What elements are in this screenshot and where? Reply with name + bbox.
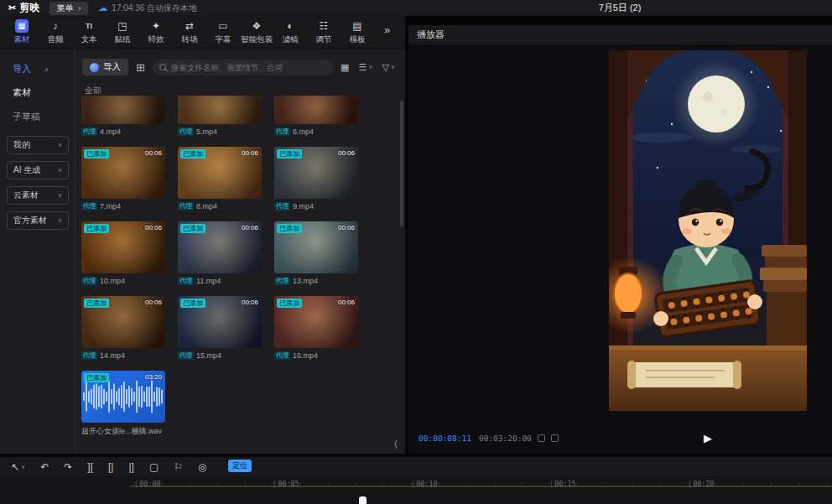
split-icon: ][ [87,461,93,473]
tool-split[interactable]: ][ [87,461,93,473]
media-filename: 7.mp4 [100,202,121,210]
chevron-down-icon: ∨ [58,142,62,148]
tab-template[interactable]: ▤模板 [341,19,374,45]
play-button[interactable]: ▶ [704,432,712,444]
split-view-icon[interactable]: ⊞ [136,61,145,74]
media-filename: 9.mp4 [293,202,314,210]
tab-sticker[interactable]: ◳贴纸 [106,19,139,45]
select-icon: ↖ [11,461,19,473]
media-card[interactable]: 已添加00:06代理7.mp4 [81,147,165,210]
search-input[interactable] [171,63,326,72]
tab-captions[interactable]: ▭字幕 [206,19,240,45]
media-card[interactable]: 已添加00:06代理10.mp4 [81,221,165,285]
media-card[interactable]: 已添加00:06代理13.mp4 [274,221,358,285]
sidebar-item-mine[interactable]: 我的∨ [7,136,69,154]
preview-artwork [609,50,807,411]
media-grid: 代理4.mp4代理5.mp4代理6.mp4已添加00:06代理7.mp4已添加0… [81,96,358,437]
tool-select-right[interactable]: |] [128,461,133,473]
player-option-icon-1[interactable] [538,434,545,442]
ruler-tick: | [273,480,277,488]
sidebar-item-material[interactable]: 素材 [0,81,75,105]
tab-smart-pack[interactable]: ❖智能包装 [240,19,273,45]
video-thumbnail: 已添加00:06 [178,221,262,273]
scrollbar-thumb[interactable] [400,101,403,226]
logo-text: 剪映 [19,1,39,15]
collapse-panel-icon[interactable]: ⟨ [394,439,398,449]
tool-mark[interactable]: ⚐ [174,461,183,473]
media-name-row: 代理7.mp4 [81,202,165,210]
media-icon: ▦ [15,19,29,33]
ruler-minor-ticks [134,482,832,485]
tool-locate[interactable]: ◎ [198,461,206,473]
media-card[interactable]: 已添加00:06代理15.mp4 [178,296,262,360]
media-card[interactable]: 已添加00:06代理9.mp4 [274,147,358,210]
sidebar-item-official[interactable]: 官方素材∨ [7,211,69,230]
video-thumbnail [81,96,165,124]
tab-media[interactable]: ▦素材 [5,19,39,45]
media-card[interactable]: 代理6.mp4 [274,96,358,136]
playhead-handle[interactable] [359,496,367,504]
tool-redo[interactable]: ↷ [64,461,72,473]
tool-crop[interactable]: ▢ [149,461,159,473]
tab-effects[interactable]: ✦特效 [139,19,173,45]
crop-icon: ▢ [149,461,159,473]
duration-label: 00:06 [338,149,355,157]
tab-transition[interactable]: ⇄转场 [173,19,206,45]
tab-audio[interactable]: ♪音频 [39,19,72,45]
playhead[interactable] [359,496,367,504]
sidebar-item-label: AI 生成 [13,164,40,176]
smart-pack-icon: ❖ [250,19,263,33]
player-title: 播放器 [417,29,445,41]
media-card[interactable]: 已添加00:06代理14.mp4 [81,296,165,360]
video-preview[interactable] [609,50,807,411]
player-option-icon-2[interactable] [551,434,559,442]
video-thumbnail: 已添加00:06 [178,296,262,348]
media-name-row: 超开心女孩le...横摘.wav [81,426,165,437]
media-filename: 4.mp4 [100,127,121,136]
tab-adjust[interactable]: ☷调节 [307,19,341,45]
sidebar-item-label: 云素材 [13,190,39,201]
tab-filters[interactable]: ◐滤镜 [273,19,307,45]
app-window: ✂ 剪映 菜单 ∨ ☁ 17:04:36 自动保存本地 7月5日 (2) ▦素材… [0,0,832,504]
media-card[interactable]: 已添加00:06代理11.mp4 [178,221,262,285]
import-button[interactable]: 导入 [82,59,128,75]
media-filename: 6.mp4 [293,127,314,136]
audio-thumbnail: 已添加03:20 [81,371,165,423]
total-timecode: 00:03:20:00 [479,434,532,443]
added-badge: 已添加 [84,224,109,233]
tool-select[interactable]: ↖∨ [11,461,25,473]
added-badge: 已添加 [277,299,302,308]
media-card[interactable]: 代理4.mp4 [81,96,165,136]
media-card[interactable]: 代理5.mp4 [178,96,262,136]
ruler-label: |00:15 [549,480,576,488]
proxy-badge: 代理 [81,202,97,210]
sidebar-item-sub-draft[interactable]: 子草稿 [0,105,75,129]
sidebar-item-cloud[interactable]: 云素材∨ [7,186,69,205]
duration-label: 00:06 [338,224,355,231]
sort-button[interactable]: ☰ ∨ [358,62,372,73]
menu-label: 菜单 [56,3,73,14]
expand-panel-icon[interactable]: » [384,23,390,36]
media-card[interactable]: 已添加00:06代理8.mp4 [178,147,262,210]
tool-undo[interactable]: ↶ [40,461,49,473]
sidebar-item-import[interactable]: 导入∧ [0,60,75,81]
tool-select-left[interactable]: [| [108,461,113,473]
media-card[interactable]: 已添加00:06代理16.mp4 [274,296,358,360]
ribbon-tabs: ▦素材♪音频TI文本◳贴纸✦特效⇄转场▭字幕❖智能包装◐滤镜☷调节▤模板 [5,19,374,45]
media-filename: 超开心女孩le...横摘.wav [81,426,162,437]
filter-all-label[interactable]: 全部 [85,85,101,96]
media-card[interactable]: 已添加03:20超开心女孩le...横摘.wav [81,371,165,437]
timeline-ruler[interactable]: |00:00|00:05|00:10|00:15|00:20 [0,476,832,504]
added-badge: 已添加 [84,299,109,308]
tab-text[interactable]: TI文本 [72,19,106,45]
sort-icon: ☰ [358,62,367,73]
tab-label: 字幕 [216,34,231,45]
grid-view-button[interactable]: ▦ [341,62,349,73]
proxy-badge: 代理 [274,127,290,136]
sidebar-item-ai-gen[interactable]: AI 生成∨ [7,161,69,179]
effects-icon: ✦ [149,19,163,33]
media-filename: 11.mp4 [196,277,221,285]
filter-button[interactable]: ▽ ∨ [382,62,395,73]
menu-button[interactable]: 菜单 ∨ [49,2,88,15]
tab-label: 文本 [81,34,97,45]
